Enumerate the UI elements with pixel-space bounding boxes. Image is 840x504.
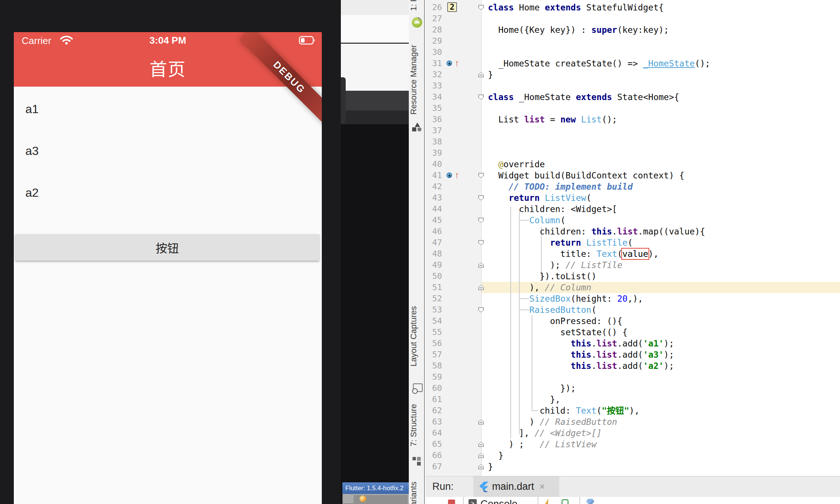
code-line[interactable] <box>488 13 840 24</box>
fold-marker-icon[interactable] <box>478 453 484 458</box>
list-item[interactable]: a3 <box>25 144 39 161</box>
code-line[interactable]: class _HomeState extends State<Home>{ <box>488 91 840 103</box>
line-number: 58 <box>429 360 442 371</box>
fold-marker-icon[interactable] <box>478 442 484 447</box>
code-line[interactable]: setState(() { <box>488 327 840 338</box>
code-line[interactable]: ); // ListTile <box>488 259 840 271</box>
fold-marker-icon[interactable] <box>478 307 484 312</box>
android-studio-icon[interactable] <box>412 17 422 28</box>
dart-gem-icon[interactable] <box>586 499 594 504</box>
fold-marker-icon[interactable] <box>478 94 484 100</box>
run-tab-main-dart[interactable]: main.dart × <box>473 476 559 497</box>
line-number: 45 <box>429 215 442 226</box>
line-number: 65 <box>429 439 442 450</box>
code-line[interactable]: ], // <Widget>[] <box>488 427 840 439</box>
code-line[interactable]: title: Text(value), <box>488 248 840 259</box>
code-line[interactable] <box>488 103 840 114</box>
fold-marker-icon[interactable] <box>478 285 484 290</box>
fold-marker-icon[interactable] <box>478 464 484 469</box>
run-label: Run: <box>432 481 454 492</box>
line-number: 30 <box>429 47 442 58</box>
run-tool-window-bar: Run: main.dart × <box>426 476 840 497</box>
code-line[interactable]: children: this.list.map((value){ <box>488 226 840 237</box>
code-line[interactable]: this.list.add('a1'); <box>488 338 840 349</box>
structure-icon[interactable] <box>412 456 422 467</box>
code-line[interactable]: @override <box>488 159 840 170</box>
tool-window-button-1-p[interactable]: 1: P <box>409 0 425 11</box>
phone-screen: Carrier 3:04 PM 首页 DEBUG a1a3a2 <box>14 32 322 504</box>
list-item[interactable]: a2 <box>25 186 39 202</box>
line-number: 52 <box>429 293 442 304</box>
code-line[interactable]: Widget build(BuildContext context) { <box>488 170 840 181</box>
tab-console[interactable]: > Console <box>465 497 554 504</box>
fold-marker-icon[interactable] <box>478 195 484 200</box>
line-number: 55 <box>429 327 442 338</box>
fold-marker-icon[interactable] <box>478 72 484 77</box>
code-line[interactable]: _HomeState createState() => _HomeState()… <box>488 58 840 69</box>
code-line[interactable]: } <box>488 461 840 472</box>
close-icon[interactable]: × <box>539 481 545 492</box>
tool-window-button-resource-manager[interactable]: Resource Manager <box>409 45 425 115</box>
code-line[interactable]: SizedBox(height: 20,), <box>488 293 840 304</box>
code-line[interactable]: ) ; // ListView <box>488 439 840 450</box>
code-line[interactable]: } <box>488 69 840 80</box>
override-marker-icon[interactable]: ↑ <box>447 171 463 181</box>
code-line[interactable]: ) // RaisedButton <box>488 416 840 427</box>
line-number: 27 <box>429 13 442 24</box>
code-line[interactable]: onPressed: (){ <box>488 315 840 327</box>
code-line[interactable]: return ListView( <box>488 192 840 203</box>
code-line[interactable]: ), // Column <box>488 282 840 293</box>
stop-icon[interactable] <box>448 500 455 504</box>
line-number: 57 <box>429 349 442 360</box>
code-line[interactable] <box>488 47 840 58</box>
tool-window-button-ariants[interactable]: ariants <box>409 482 425 504</box>
line-number: 31 <box>429 58 442 69</box>
tool-window-button-7-structure[interactable]: 7: Structure <box>409 404 425 447</box>
flutter-taskbar-window: Flutter: 1.5.4-hotfix.2 <box>342 482 411 504</box>
fold-marker-icon[interactable] <box>478 262 484 268</box>
code-line[interactable]: }).toList() <box>488 271 840 282</box>
battery-icon <box>299 35 316 45</box>
fold-marker-icon[interactable] <box>478 5 484 10</box>
code-line[interactable] <box>488 136 840 147</box>
code-line[interactable]: // TODO: implement build <box>488 181 840 192</box>
code-editor[interactable]: 2627282930313233343536373839404142434445… <box>426 0 840 476</box>
line-number: 26 <box>429 2 442 13</box>
code-line[interactable] <box>488 125 840 136</box>
code-line[interactable]: children: <Widget>[ <box>488 203 840 215</box>
resource-manager-icon[interactable] <box>412 122 422 133</box>
code-line[interactable]: RaisedButton( <box>488 304 840 315</box>
code-line[interactable] <box>488 35 840 47</box>
fold-marker-icon[interactable] <box>478 240 484 245</box>
fold-marker-icon[interactable] <box>478 218 484 223</box>
layout-captures-icon[interactable] <box>412 383 422 393</box>
code-line[interactable]: } <box>488 450 840 461</box>
line-number: 34 <box>429 91 442 103</box>
error-highlight-box: value <box>622 249 648 259</box>
code-area[interactable]: class Home extends StatefulWidget{ Home(… <box>488 0 840 476</box>
code-line[interactable]: this.list.add('a2'); <box>488 360 840 371</box>
hot-restart-icon[interactable] <box>561 499 569 504</box>
code-line[interactable]: this.list.add('a3'); <box>488 349 840 360</box>
raised-button[interactable]: 按钮 <box>15 234 319 261</box>
fold-marker-icon[interactable] <box>478 419 484 424</box>
code-line[interactable]: return ListTile( <box>488 237 840 248</box>
line-number: 56 <box>429 338 442 349</box>
override-marker-icon[interactable]: ↑ <box>447 59 463 69</box>
code-line[interactable]: Home({Key key}) : super(key:key); <box>488 24 840 35</box>
code-line[interactable]: class Home extends StatefulWidget{ <box>488 2 840 13</box>
code-line[interactable]: Column( <box>488 215 840 226</box>
bookmark-icon[interactable]: 2 <box>447 2 457 12</box>
code-line[interactable]: }); <box>488 383 840 394</box>
code-line[interactable]: }, <box>488 394 840 405</box>
fold-marker-icon[interactable] <box>478 173 484 178</box>
line-number: 63 <box>429 416 442 427</box>
list-item[interactable]: a1 <box>25 102 39 119</box>
tool-window-button-layout-captures[interactable]: Layout Captures <box>409 306 425 366</box>
flutter-window-title: Flutter: 1.5.4-hotfix.2 <box>342 482 411 494</box>
code-line[interactable] <box>488 371 840 383</box>
code-line[interactable]: child: Text("按钮"), <box>488 405 840 416</box>
code-line[interactable] <box>488 147 840 159</box>
code-line[interactable]: List list = new List(); <box>488 114 840 125</box>
code-line[interactable] <box>488 80 840 91</box>
